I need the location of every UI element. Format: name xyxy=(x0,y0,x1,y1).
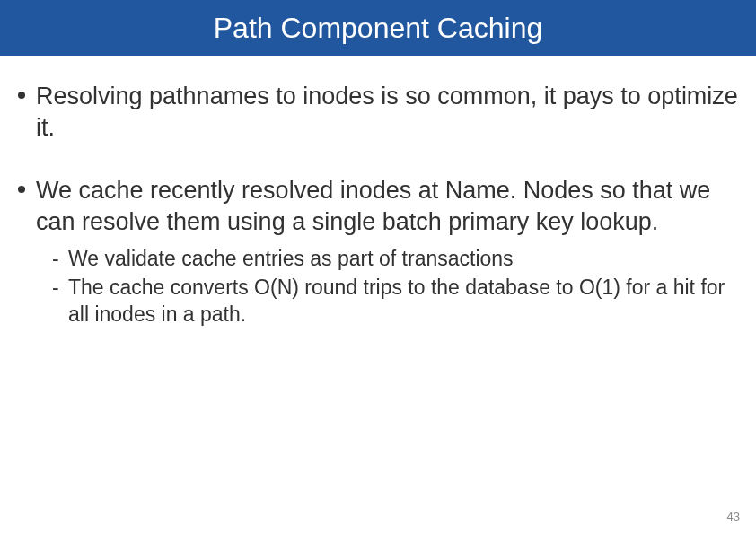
slide-header: Path Component Caching xyxy=(0,0,756,56)
sub-bullet-item: - We validate cache entries as part of t… xyxy=(52,246,738,273)
bullet-text: We cache recently resolved inodes at Nam… xyxy=(36,177,710,235)
sub-bullet-text: The cache converts O(N) round trips to t… xyxy=(68,276,725,326)
bullet-item: Resolving pathnames to inodes is so comm… xyxy=(18,81,738,143)
sub-bullet-text: We validate cache entries as part of tra… xyxy=(68,247,514,270)
sub-bullet-item: - The cache converts O(N) round trips to… xyxy=(52,275,738,328)
bullet-text: Resolving pathnames to inodes is so comm… xyxy=(36,83,738,141)
slide-title: Path Component Caching xyxy=(214,12,542,45)
slide-content: Resolving pathnames to inodes is so comm… xyxy=(0,56,756,328)
bullet-dot-icon xyxy=(18,186,25,193)
page-number: 43 xyxy=(727,510,740,523)
sub-bullet-list: - We validate cache entries as part of t… xyxy=(36,246,738,328)
dash-icon: - xyxy=(52,246,59,273)
bullet-item: We cache recently resolved inodes at Nam… xyxy=(18,175,738,328)
bullet-dot-icon xyxy=(18,92,25,99)
dash-icon: - xyxy=(52,275,59,302)
